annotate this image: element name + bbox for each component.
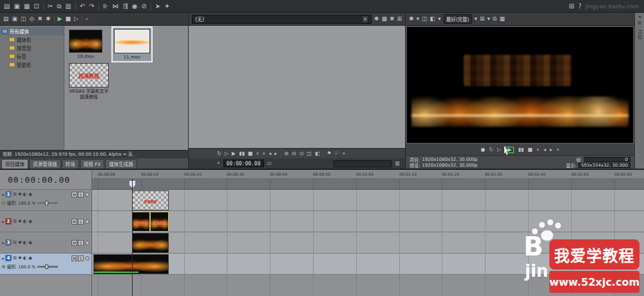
- media-item-10mov[interactable]: 10.mov: [69, 30, 102, 60]
- external-monitor-icon[interactable]: ◫: [422, 16, 428, 22]
- ignore-grouping-icon[interactable]: ⊘: [141, 3, 146, 10]
- save-preset-icon[interactable]: ▦: [381, 16, 387, 22]
- track-motion-icon[interactable]: ⊞: [13, 192, 17, 197]
- auto-preview-icon[interactable]: ▷: [74, 16, 79, 22]
- mute-button[interactable]: M: [71, 192, 77, 198]
- media-properties-icon[interactable]: ✱: [46, 16, 51, 22]
- remove-media-icon[interactable]: ✖: [37, 16, 43, 22]
- split-screen-icon[interactable]: ◧: [430, 16, 436, 22]
- track-motion-icon[interactable]: ⊞: [13, 255, 17, 261]
- go-to-end-icon[interactable]: »: [262, 151, 265, 156]
- loop-playback-icon[interactable]: ↻: [489, 147, 493, 153]
- track-header-1[interactable]: ▾ 1 ⊞ ✚ ◐ ◉ M S 级别: 100.0 %: [0, 190, 91, 211]
- chevron-down-icon[interactable]: ▾: [2, 192, 4, 197]
- tab-media-generators[interactable]: 媒体生成器: [105, 159, 137, 169]
- automation-settings-icon[interactable]: ◐: [23, 240, 27, 245]
- track-level-slider[interactable]: [37, 202, 58, 204]
- search-media-icon[interactable]: ⌕: [86, 16, 89, 22]
- stop-icon[interactable]: ■: [527, 147, 533, 153]
- redo-icon[interactable]: ↷: [89, 3, 94, 10]
- compositing-mode-icon[interactable]: ◉: [28, 255, 32, 261]
- new-bin-icon[interactable]: ▤: [3, 16, 9, 22]
- stop-icon[interactable]: ■: [248, 151, 253, 156]
- chase-cursor-icon[interactable]: ⌖: [343, 151, 346, 156]
- cursor-position-field[interactable]: 00:00:00.00: [223, 160, 264, 167]
- enable-snapping-icon[interactable]: ⊞: [284, 151, 289, 156]
- tree-item-tags[interactable]: 标签: [0, 52, 64, 60]
- automation-led-icon[interactable]: [2, 265, 5, 268]
- timeline-clip-track1-text[interactable]: 超清教程: [132, 190, 169, 210]
- track-fx-icon[interactable]: ✚: [18, 240, 22, 245]
- automation-settings-icon[interactable]: ◐: [23, 219, 27, 224]
- auto-ripple-icon[interactable]: ⊡: [299, 151, 304, 156]
- timeline-clip-track3[interactable]: [132, 233, 169, 253]
- timeline-clip-track4[interactable]: [93, 254, 169, 274]
- media-item-generated-text[interactable]: 超清教程 VEGAS 字幕和文字 超清教程: [69, 63, 109, 100]
- enable-snapping-icon[interactable]: ⊪: [103, 3, 109, 10]
- animate-icon[interactable]: ✱: [374, 16, 379, 22]
- automation-settings-icon[interactable]: ◐: [23, 255, 27, 261]
- chevron-down-icon[interactable]: ▾: [488, 16, 491, 22]
- undo-icon[interactable]: ↶: [80, 3, 85, 10]
- timeline-clip-track2-a[interactable]: 超清教程: [132, 212, 150, 232]
- track-lane-1[interactable]: [92, 190, 644, 211]
- preset-dropdown[interactable]: (无) ▾: [192, 15, 372, 24]
- track-more-knob[interactable]: [85, 241, 90, 245]
- go-to-start-icon[interactable]: «: [536, 147, 540, 153]
- solo-button[interactable]: S: [78, 219, 84, 225]
- auto-crossfade-icon[interactable]: ⊟: [292, 151, 296, 156]
- open-project-icon[interactable]: ▣: [14, 3, 19, 10]
- go-to-start-icon[interactable]: «: [256, 151, 259, 156]
- chevron-down-icon[interactable]: ▾: [2, 219, 4, 224]
- lock-envelopes-icon[interactable]: ◉: [132, 3, 138, 10]
- record-icon[interactable]: ●: [480, 147, 485, 153]
- play-from-start-icon[interactable]: ▷: [225, 151, 229, 156]
- tab-video-fx[interactable]: 视频 FX: [80, 159, 105, 169]
- slider-thumb[interactable]: [45, 264, 48, 269]
- track-fx-icon[interactable]: ✚: [18, 219, 22, 224]
- automation-settings-icon[interactable]: ◐: [23, 192, 27, 197]
- capture-video-icon[interactable]: ◫: [21, 16, 26, 22]
- compositing-mode-icon[interactable]: ◉: [28, 240, 32, 245]
- selection-grid-icon[interactable]: ▭: [267, 161, 272, 166]
- chevron-down-icon[interactable]: ▾: [2, 241, 4, 245]
- track-fx-icon[interactable]: ✚: [18, 192, 22, 197]
- split-trim-icon[interactable]: ◧: [315, 151, 320, 156]
- track-motion-icon[interactable]: ⊞: [13, 219, 17, 224]
- compositing-mode-icon[interactable]: ◉: [28, 219, 32, 224]
- dock-collapse-icon[interactable]: ◂: [638, 15, 641, 19]
- stop-preview-icon[interactable]: ■: [65, 16, 71, 22]
- save-snapshot-icon[interactable]: ▦: [500, 16, 506, 22]
- play-from-start-icon[interactable]: ▷: [497, 147, 501, 153]
- marker-bar[interactable]: [92, 179, 644, 190]
- track-level-slider[interactable]: [37, 266, 58, 268]
- loop-playback-icon[interactable]: ↻: [217, 151, 222, 156]
- track-header-4-selected[interactable]: ▾ 4 ⊞ ✚ ◐ ◉ M S 级别: 100.0 %: [0, 254, 91, 275]
- cursor-timecode-display[interactable]: 00:00:00.00: [0, 170, 91, 190]
- interactive-tutorials-icon[interactable]: ⊞: [569, 3, 574, 10]
- track-fx-icon[interactable]: ✚: [18, 255, 22, 261]
- overlays-icon[interactable]: ⊞: [480, 16, 485, 22]
- insert-region-icon[interactable]: ⚐: [335, 151, 339, 156]
- automation-led-icon[interactable]: [2, 201, 5, 205]
- playhead-line[interactable]: [132, 179, 133, 296]
- start-preview-icon[interactable]: ▶: [58, 16, 62, 22]
- new-project-icon[interactable]: ▤: [4, 3, 10, 10]
- plugin-chain-icon[interactable]: ⊞: [397, 16, 402, 22]
- extract-audio-icon[interactable]: ◎: [30, 16, 35, 22]
- solo-button[interactable]: S: [78, 255, 84, 261]
- play-icon[interactable]: ▶: [232, 151, 236, 156]
- solo-button[interactable]: S: [78, 192, 84, 198]
- track-more-knob[interactable]: [85, 219, 90, 224]
- tab-project-media[interactable]: 项目媒体: [1, 159, 28, 169]
- solo-button[interactable]: S: [78, 240, 84, 246]
- delete-preset-icon[interactable]: ✖: [390, 16, 395, 22]
- prev-frame-icon[interactable]: ◂: [269, 151, 271, 156]
- tree-item-smart-bins[interactable]: 智能柜: [0, 60, 64, 69]
- chevron-down-icon[interactable]: ▾: [362, 15, 368, 23]
- pause-icon[interactable]: ▮▮: [518, 147, 524, 153]
- dock-menu-icon[interactable]: ⊞: [638, 21, 641, 26]
- chevron-down-icon[interactable]: ▾: [417, 16, 420, 22]
- preview-quality-dropdown[interactable]: 最好(完整): [444, 14, 472, 24]
- track-header-3[interactable]: ▾ 3 ⊞ ✚ ◐ ◉ M S: [0, 232, 91, 254]
